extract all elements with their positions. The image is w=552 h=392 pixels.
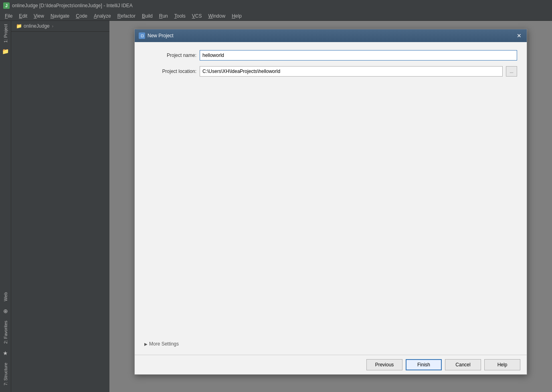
menu-refactor[interactable]: Refactor [114,12,139,20]
dialog-title-bar: ◻ New Project ✕ [135,29,527,42]
previous-button[interactable]: Previous [366,359,402,370]
menu-file[interactable]: File [2,12,16,20]
more-settings-arrow-icon: ▶ [144,342,148,346]
menu-code[interactable]: Code [73,12,91,20]
menu-tools[interactable]: Tools [171,12,189,20]
location-input-group: ... [200,66,517,77]
project-name-label: Project name: [144,53,196,58]
browse-button[interactable]: ... [506,66,517,77]
sidebar-left: 1: Project 📁 Web ⊕ 2: Favorites ★ 7: Str… [0,21,11,392]
project-header: 📁 onlineJudge › [11,21,109,32]
menu-vcs[interactable]: VCS [189,12,205,20]
title-text: onlineJudge [D:\IdeaProjects\onlineJudge… [12,3,133,8]
finish-button[interactable]: Finish [406,359,442,370]
menu-help[interactable]: Help [228,12,245,20]
dialog-body: Project name: Project location: ... ▶ [135,42,527,355]
menu-window[interactable]: Window [205,12,228,20]
menu-bar: File Edit View Navigate Code Analyze Ref… [0,11,552,21]
project-location-row: Project location: ... [144,66,517,77]
cancel-button[interactable]: Cancel [445,359,481,370]
breadcrumb-arrow: › [52,24,53,28]
main-area: 1: Project 📁 Web ⊕ 2: Favorites ★ 7: Str… [0,21,552,392]
dialog-overlay: ◻ New Project ✕ Project name: Project lo… [109,21,552,392]
menu-edit[interactable]: Edit [16,12,30,20]
dialog-icon: ◻ [139,32,145,39]
menu-analyze[interactable]: Analyze [91,12,114,20]
folder-icon[interactable]: 📁 [2,47,10,55]
project-root-item[interactable]: 📁 onlineJudge › [14,22,106,30]
dialog-close-button[interactable]: ✕ [516,32,523,39]
help-button[interactable]: Help [484,359,520,370]
project-name: onlineJudge [24,23,50,29]
more-settings[interactable]: ▶ More Settings [144,337,517,347]
dialog-footer: Previous Finish Cancel Help [135,355,527,374]
web-icon[interactable]: ⊕ [2,307,10,315]
project-tree [11,32,109,392]
menu-build[interactable]: Build [139,12,156,20]
project-location-input[interactable] [200,66,503,77]
project-name-input[interactable] [200,50,517,61]
dialog-title-text: New Project [148,33,174,38]
menu-view[interactable]: View [30,12,47,20]
sidebar-tab-web[interactable]: Web [2,289,9,304]
project-panel: 📁 onlineJudge › [11,21,109,392]
content-area: ◻ New Project ✕ Project name: Project lo… [109,21,552,392]
project-name-row: Project name: [144,50,517,61]
sidebar-tab-structure[interactable]: 7: Structure [2,360,9,389]
app-icon: J [3,2,10,9]
project-location-label: Project location: [144,69,196,74]
new-project-dialog: ◻ New Project ✕ Project name: Project lo… [134,29,527,375]
sidebar-tab-favorites[interactable]: 2: Favorites [2,317,9,347]
menu-run[interactable]: Run [156,12,171,20]
more-settings-label: More Settings [149,341,179,347]
favorites-icon[interactable]: ★ [2,349,10,357]
root-folder-icon: 📁 [16,23,22,29]
dialog-title-left: ◻ New Project [139,32,174,39]
menu-navigate[interactable]: Navigate [47,12,73,20]
title-bar: J onlineJudge [D:\IdeaProjects\onlineJud… [0,0,552,11]
sidebar-tab-project[interactable]: 1: Project [2,21,9,46]
